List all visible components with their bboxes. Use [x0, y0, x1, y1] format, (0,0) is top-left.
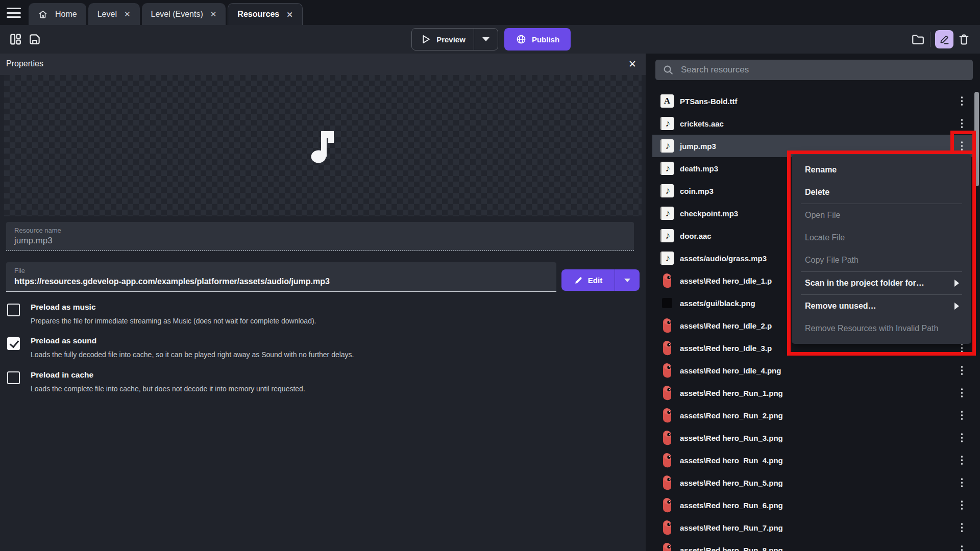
edit-button[interactable]: Edit: [561, 269, 640, 291]
kebab-menu-icon[interactable]: [959, 498, 965, 512]
red-hero-sprite-icon: [660, 363, 674, 378]
resource-row[interactable]: assets\Red hero_Run_4.png: [652, 449, 974, 471]
project-manager-icon[interactable]: [7, 31, 23, 47]
preview-button-main[interactable]: Preview: [412, 29, 474, 50]
red-hero-sprite-icon: [660, 543, 674, 551]
resource-row[interactable]: assets\Red hero_Run_8.png: [652, 539, 974, 551]
kebab-menu-icon[interactable]: [959, 386, 965, 399]
edit-button-main[interactable]: Edit: [561, 276, 615, 285]
kebab-menu-icon[interactable]: [959, 431, 965, 444]
close-icon[interactable]: ✕: [628, 58, 636, 70]
resource-row[interactable]: assets\Red hero_Run_7.png: [652, 516, 974, 539]
preview-dropdown-button[interactable]: [474, 29, 498, 50]
close-icon[interactable]: ✕: [286, 11, 293, 18]
close-icon[interactable]: ✕: [210, 10, 217, 18]
preload-sound-checkbox[interactable]: [7, 337, 20, 350]
menu-item-delete[interactable]: Delete: [792, 181, 971, 204]
resource-row[interactable]: PTSans-Bold.ttf: [652, 90, 974, 112]
tab-level[interactable]: Level ✕: [88, 3, 140, 25]
menu-item-label: Open File: [805, 211, 840, 220]
edit-label: Edit: [588, 276, 602, 285]
resource-row[interactable]: assets\Red hero_Run_2.png: [652, 404, 974, 427]
chevron-down-icon: [624, 279, 630, 282]
menu-item-label: Remove unused…: [805, 302, 876, 311]
menu-item-rename[interactable]: Rename: [792, 159, 971, 181]
resource-name-field[interactable]: Resource name jump.mp3: [6, 222, 634, 251]
option-label[interactable]: Preload in cache: [31, 370, 569, 380]
image-file-icon: [662, 298, 672, 308]
option-label[interactable]: Preload as sound: [31, 336, 569, 346]
close-icon[interactable]: ✕: [124, 10, 131, 18]
tab-label: Home: [55, 10, 77, 19]
properties-panel: Properties ✕ Resource name jump.mp3 File…: [0, 54, 646, 551]
tab-level-events[interactable]: Level (Events) ✕: [142, 3, 226, 25]
resource-preview-area: [4, 75, 642, 216]
resource-row[interactable]: assets\Red hero_Run_6.png: [652, 494, 974, 516]
red-hero-sprite-icon: [660, 497, 674, 513]
preload-music-checkbox[interactable]: [7, 304, 20, 316]
hamburger-menu-icon[interactable]: [6, 7, 21, 19]
save-icon[interactable]: [27, 31, 43, 47]
trash-icon[interactable]: [955, 31, 972, 47]
kebab-menu-icon[interactable]: [959, 364, 965, 377]
kebab-menu-icon[interactable]: [959, 454, 965, 467]
edit-mode-toggle[interactable]: [935, 30, 953, 48]
home-icon: [38, 9, 48, 19]
menu-item-remove-unused[interactable]: Remove unused…: [792, 295, 971, 317]
resource-row[interactable]: assets\Red hero_Idle_4.png: [652, 359, 974, 382]
resource-name: checkpoint.mp3: [680, 209, 738, 218]
search-input[interactable]: [681, 65, 946, 75]
globe-icon: [516, 34, 527, 45]
menu-item-label: Remove Resources with Invalid Path: [805, 324, 938, 333]
tab-home[interactable]: Home: [29, 3, 86, 25]
tab-label: Level: [97, 10, 117, 19]
panel-title: Properties: [6, 59, 43, 68]
preview-label: Preview: [436, 35, 465, 44]
resource-name: assets\Red hero_Run_8.png: [680, 546, 783, 551]
preview-button[interactable]: Preview: [411, 28, 498, 51]
red-hero-sprite-icon: [660, 521, 674, 534]
red-hero-sprite-icon: [660, 386, 674, 399]
kebab-menu-icon[interactable]: [959, 409, 965, 422]
option-description: Prepares the file for immediate streamin…: [31, 316, 569, 326]
folder-icon[interactable]: [910, 31, 926, 47]
kebab-menu-icon[interactable]: [959, 139, 965, 153]
search-bar[interactable]: [655, 60, 973, 80]
resource-row[interactable]: crickets.aac: [652, 112, 974, 135]
tab-label: Level (Events): [151, 10, 203, 19]
kebab-menu-icon[interactable]: [959, 94, 965, 108]
kebab-menu-icon[interactable]: [959, 543, 965, 551]
font-file-icon: [660, 94, 674, 108]
kebab-menu-icon[interactable]: [959, 117, 965, 130]
resource-row[interactable]: assets\Red hero_Run_5.png: [652, 471, 974, 494]
resource-name: coin.mp3: [680, 187, 714, 195]
menu-item-label: Copy File Path: [805, 256, 859, 265]
resource-row[interactable]: assets\Red hero_Run_1.png: [652, 382, 974, 404]
edit-dropdown-button[interactable]: [615, 279, 640, 282]
resource-row[interactable]: assets\Red hero_Run_3.png: [652, 427, 974, 449]
resource-name: assets\Red hero_Run_6.png: [680, 501, 783, 510]
chevron-down-icon: [482, 37, 489, 41]
preload-cache-checkbox[interactable]: [7, 371, 20, 384]
tab-resources[interactable]: Resources ✕: [228, 3, 302, 25]
menu-item-label: Locate File: [805, 233, 845, 242]
menu-item-scan-project-folder[interactable]: Scan in the project folder for…: [792, 272, 971, 294]
kebab-menu-icon[interactable]: [959, 476, 965, 489]
menu-item-copy-file-path: Copy File Path: [792, 249, 971, 271]
resource-name: assets/gui/black.png: [680, 299, 755, 308]
red-hero-sprite-icon: [660, 273, 674, 288]
red-hero-sprite-icon: [660, 319, 674, 332]
red-hero-sprite-icon: [660, 341, 674, 355]
red-hero-sprite-icon: [660, 385, 674, 400]
red-hero-sprite-icon: [660, 431, 674, 444]
pencil-icon: [938, 33, 950, 45]
scrollbar-thumb[interactable]: [974, 92, 979, 186]
resource-row[interactable]: jump.mp3: [652, 135, 974, 157]
option-label[interactable]: Preload as music: [31, 302, 569, 312]
red-hero-sprite-icon: [660, 498, 674, 512]
kebab-menu-icon[interactable]: [959, 521, 965, 534]
publish-button[interactable]: Publish: [504, 28, 571, 51]
divider: [930, 32, 930, 47]
field-label: File: [14, 267, 548, 274]
file-field[interactable]: File https://resources.gdevelop-app.com/…: [6, 262, 556, 292]
